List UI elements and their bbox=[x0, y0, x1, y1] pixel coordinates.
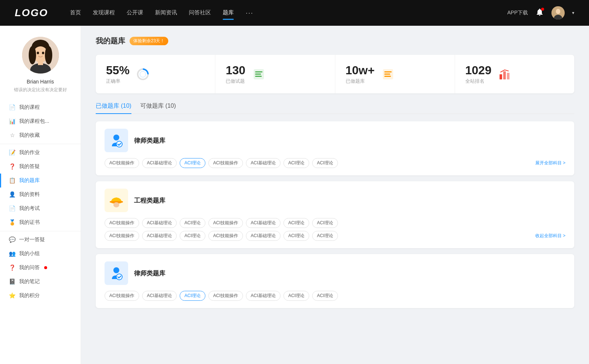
tag-0-6[interactable]: ACI理论 bbox=[312, 158, 338, 168]
tag-0-2[interactable]: ACI理论 bbox=[180, 158, 205, 168]
sidebar-label-profile: 我的资料 bbox=[19, 191, 40, 198]
sidebar-item-courses[interactable]: 📄 我的课程 bbox=[0, 100, 81, 114]
tag-1r2-2[interactable]: ACI理论 bbox=[180, 231, 205, 241]
pie-chart-icon bbox=[135, 67, 150, 82]
tag-2-5[interactable]: ACI理论 bbox=[283, 291, 309, 301]
tab-todo[interactable]: 可做题库 (10) bbox=[140, 102, 176, 114]
sidebar-item-profile[interactable]: 👤 我的资料 bbox=[0, 188, 81, 201]
stat-site-rank: 1029 全站排名 bbox=[455, 55, 574, 93]
bank-title-lawyer-1: 律师类题库 bbox=[134, 136, 165, 145]
svg-point-14 bbox=[140, 71, 146, 77]
sidebar: Brian Harris 错误的决定比没有决定要好 📄 我的课程 📊 我的课程包… bbox=[0, 26, 81, 364]
tag-1r2-4[interactable]: ACI基础理论 bbox=[246, 231, 281, 241]
bank-card-header-2: 工程类题库 bbox=[105, 189, 565, 212]
tag-2-0[interactable]: ACI技能操作 bbox=[105, 291, 139, 301]
collapse-link-engineer[interactable]: 收起全部科目 > bbox=[535, 233, 565, 239]
sidebar-label-homework: 我的作业 bbox=[19, 149, 40, 156]
chart-red-icon bbox=[497, 67, 512, 82]
stats-row: 55% 正确率 130 已做试题 bbox=[96, 55, 574, 93]
nav-open-course[interactable]: 公开课 bbox=[127, 8, 143, 18]
tag-2-2[interactable]: ACI理论 bbox=[180, 291, 205, 301]
bank-card-header-3: 律师类题库 bbox=[105, 261, 565, 285]
svg-point-26 bbox=[113, 135, 119, 140]
tag-0-1[interactable]: ACI基础理论 bbox=[142, 158, 177, 168]
sidebar-item-certificate[interactable]: 🏅 我的证书 bbox=[0, 215, 81, 229]
sidebar-item-questionbank[interactable]: 📋 我的题库 bbox=[0, 174, 81, 188]
tag-1-0[interactable]: ACI技能操作 bbox=[105, 218, 139, 228]
sidebar-divider-2 bbox=[0, 231, 81, 231]
svg-point-7 bbox=[45, 46, 52, 64]
packages-icon: 📊 bbox=[9, 118, 15, 125]
sidebar-item-homework[interactable]: 📝 我的作业 bbox=[0, 146, 81, 160]
expand-link-1[interactable]: 展开全部科目 > bbox=[535, 160, 565, 166]
svg-rect-9 bbox=[38, 61, 43, 65]
tag-2-1[interactable]: ACI基础理论 bbox=[142, 291, 177, 301]
svg-rect-21 bbox=[384, 74, 390, 75]
svg-point-1 bbox=[556, 9, 560, 14]
homework-icon: 📝 bbox=[9, 149, 15, 156]
avatar-image bbox=[551, 6, 565, 19]
svg-rect-24 bbox=[503, 71, 506, 79]
tag-1r2-1[interactable]: ACI基础理论 bbox=[142, 231, 177, 241]
user-dropdown-arrow[interactable]: ▾ bbox=[572, 10, 574, 15]
tag-2-6[interactable]: ACI理论 bbox=[312, 291, 338, 301]
tag-1-3[interactable]: ACI技能操作 bbox=[208, 218, 243, 228]
stat-value-questions: 130 bbox=[226, 64, 245, 77]
tag-0-0[interactable]: ACI技能操作 bbox=[105, 158, 139, 168]
sidebar-item-questions[interactable]: ❓ 我的问答 bbox=[0, 261, 81, 275]
sidebar-item-favorites[interactable]: ☆ 我的收藏 bbox=[0, 128, 81, 142]
svg-rect-18 bbox=[255, 76, 262, 77]
nav-bank[interactable]: 题库 bbox=[223, 8, 234, 18]
sidebar-item-qa[interactable]: ❓ 我的答疑 bbox=[0, 160, 81, 174]
tag-1-6[interactable]: ACI理论 bbox=[312, 218, 338, 228]
sidebar-label-tutoring: 一对一答疑 bbox=[19, 236, 45, 243]
stat-label-questions: 已做试题 bbox=[226, 78, 245, 85]
stat-correct-rate: 55% 正确率 bbox=[96, 55, 215, 93]
svg-rect-17 bbox=[255, 74, 261, 75]
tags-row-engineer-1: ACI技能操作 ACI基础理论 ACI理论 ACI技能操作 ACI基础理论 AC… bbox=[105, 218, 565, 228]
nav-more[interactable]: ··· bbox=[246, 8, 253, 18]
tag-1r2-6[interactable]: ACI理论 bbox=[312, 231, 338, 241]
sidebar-avatar bbox=[22, 37, 59, 74]
user-name: Brian Harris bbox=[27, 79, 54, 85]
user-avatar[interactable] bbox=[551, 6, 565, 19]
tag-1-1[interactable]: ACI基础理论 bbox=[142, 218, 177, 228]
sidebar-item-packages[interactable]: 📊 我的课程包... bbox=[0, 114, 81, 128]
tag-2-4[interactable]: ACI基础理论 bbox=[246, 291, 281, 301]
tag-0-4[interactable]: ACI基础理论 bbox=[246, 158, 281, 168]
exam-icon: 📄 bbox=[9, 205, 15, 212]
nav-news[interactable]: 新闻资讯 bbox=[155, 8, 177, 18]
nav-discover[interactable]: 发现课程 bbox=[93, 8, 115, 18]
sidebar-item-notes[interactable]: 📓 我的笔记 bbox=[0, 275, 81, 289]
tag-1-5[interactable]: ACI理论 bbox=[283, 218, 309, 228]
certificate-icon: 🏅 bbox=[9, 219, 15, 226]
tag-0-5[interactable]: ACI理论 bbox=[283, 158, 309, 168]
notification-bell[interactable] bbox=[535, 8, 544, 18]
sidebar-item-group[interactable]: 👥 我的小组 bbox=[0, 247, 81, 261]
sidebar-item-exam[interactable]: 📄 我的考试 bbox=[0, 201, 81, 215]
sidebar-label-points: 我的积分 bbox=[19, 292, 40, 299]
tag-1-2[interactable]: ACI理论 bbox=[180, 218, 205, 228]
tab-done[interactable]: 已做题库 (10) bbox=[96, 102, 131, 114]
tags-row-lawyer-1: ACI技能操作 ACI基础理论 ACI理论 ACI技能操作 ACI基础理论 AC… bbox=[105, 158, 565, 168]
tag-1r2-0[interactable]: ACI技能操作 bbox=[105, 231, 139, 241]
logo: LOGO bbox=[15, 7, 48, 19]
tag-0-3[interactable]: ACI技能操作 bbox=[208, 158, 243, 168]
tag-1-4[interactable]: ACI基础理论 bbox=[246, 218, 281, 228]
tutoring-icon: 💬 bbox=[9, 236, 15, 243]
nav-home[interactable]: 首页 bbox=[70, 8, 81, 18]
sidebar-item-points[interactable]: ⭐ 我的积分 bbox=[0, 289, 81, 303]
nav-qa[interactable]: 问答社区 bbox=[189, 8, 211, 18]
tag-1r2-3[interactable]: ACI技能操作 bbox=[208, 231, 243, 241]
tags-row-lawyer-2: ACI技能操作 ACI基础理论 ACI理论 ACI技能操作 ACI基础理论 AC… bbox=[105, 291, 565, 301]
tags-row-engineer-2: ACI技能操作 ACI基础理论 ACI理论 ACI技能操作 ACI基础理论 AC… bbox=[105, 231, 565, 241]
tag-1r2-5[interactable]: ACI理论 bbox=[283, 231, 309, 241]
sidebar-item-tutoring[interactable]: 💬 一对一答疑 bbox=[0, 233, 81, 247]
svg-rect-25 bbox=[507, 73, 509, 79]
app-download-button[interactable]: APP下载 bbox=[507, 10, 528, 16]
main-content: 我的题库 体验剩余23天！ 55% 正确率 bbox=[81, 26, 589, 364]
svg-point-30 bbox=[113, 202, 119, 207]
tag-2-3[interactable]: ACI技能操作 bbox=[208, 291, 243, 301]
lawyer-icon-1 bbox=[105, 129, 128, 152]
stat-label-rank: 全站排名 bbox=[465, 78, 491, 85]
